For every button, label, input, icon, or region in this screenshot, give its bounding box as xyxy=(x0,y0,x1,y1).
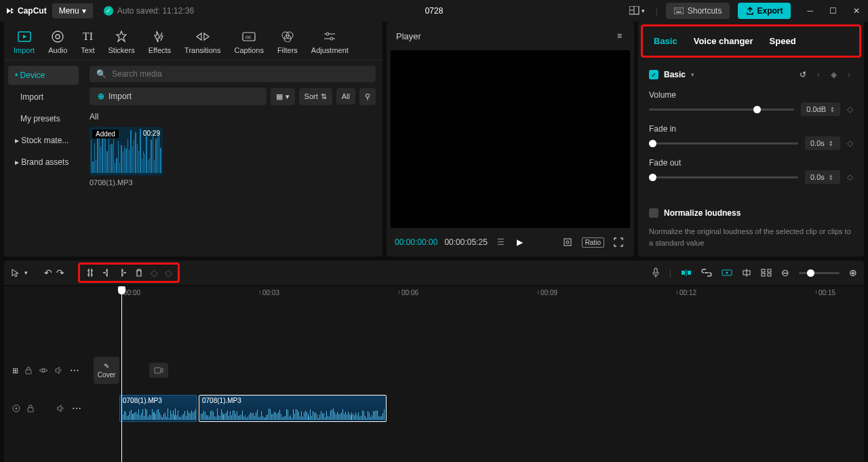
player-menu-icon[interactable]: ≡ xyxy=(614,28,625,43)
volume-slider[interactable] xyxy=(649,109,794,111)
lock-icon[interactable] xyxy=(27,404,34,412)
tab-import[interactable]: Import xyxy=(7,27,41,60)
fadeout-slider[interactable] xyxy=(649,176,798,178)
maximize-button[interactable]: ☐ xyxy=(827,3,840,18)
tab-adjustment[interactable]: Adjustment xyxy=(304,27,355,60)
undo-button[interactable]: ↶ xyxy=(44,267,52,278)
split-right-tool[interactable] xyxy=(118,267,127,278)
sidebar-item-brand[interactable]: ▸ Brand assets xyxy=(8,153,79,172)
marker-tool-2[interactable]: ◇ xyxy=(165,267,172,278)
normalize-checkbox[interactable] xyxy=(649,208,658,218)
audio-track-icon[interactable] xyxy=(12,404,20,412)
audio-clip-1[interactable]: 0708(1).MP3 xyxy=(119,395,197,422)
shortcuts-button[interactable]: Shortcuts xyxy=(666,3,730,19)
mute-icon[interactable] xyxy=(55,366,63,374)
zoom-in-icon[interactable]: ⊕ xyxy=(849,267,857,278)
svg-rect-31 xyxy=(762,273,765,276)
split-tools-group: ◇ ◇ xyxy=(78,263,180,283)
preview-tool[interactable] xyxy=(722,269,732,276)
pencil-icon: ✎ xyxy=(104,362,109,370)
sidebar-item-import[interactable]: Import xyxy=(8,88,79,107)
tab-audio[interactable]: Audio xyxy=(41,27,74,60)
mute-icon[interactable] xyxy=(57,404,65,412)
expand-icon[interactable]: ⊞ xyxy=(12,366,18,375)
list-icon[interactable]: ☰ xyxy=(494,235,507,250)
volume-value[interactable]: 0.0dB▲▼ xyxy=(801,102,840,116)
ratio-button[interactable]: Ratio xyxy=(582,237,604,248)
keyframe-icon[interactable]: ◇ xyxy=(847,104,853,114)
cover-button[interactable]: ✎ Cover xyxy=(94,357,119,384)
playhead[interactable] xyxy=(121,286,122,462)
timeline-ruler[interactable]: 00:00 00:03 00:06 00:09 00:12 00:15 xyxy=(4,286,864,301)
video-preview[interactable] xyxy=(391,50,630,228)
reset-icon[interactable]: ↺ xyxy=(797,67,809,82)
fullscreen-icon[interactable] xyxy=(611,235,626,250)
search-input[interactable] xyxy=(112,69,369,79)
lock-icon[interactable] xyxy=(25,366,32,374)
sidebar-item-presets[interactable]: My presets xyxy=(8,109,79,128)
tab-effects[interactable]: Effects xyxy=(142,27,178,60)
sidebar-item-stock[interactable]: ▸ Stock mate... xyxy=(8,131,79,150)
fadeout-value[interactable]: 0.0s▲▼ xyxy=(805,170,840,184)
tab-captions[interactable]: cc Captions xyxy=(227,27,270,60)
tab-filters[interactable]: Filters xyxy=(271,27,304,60)
filter-icon: ⚲ xyxy=(365,92,370,101)
redo-button[interactable]: ↷ xyxy=(56,267,64,278)
svg-rect-3 xyxy=(674,7,684,14)
snap-tool[interactable] xyxy=(681,269,692,277)
video-slot[interactable] xyxy=(149,363,168,378)
basic-checkbox[interactable]: ✓ xyxy=(649,70,658,79)
tab-speed[interactable]: Speed xyxy=(770,36,796,46)
tab-basic[interactable]: Basic xyxy=(654,36,677,46)
pointer-tool[interactable] xyxy=(11,268,20,277)
media-item[interactable]: Added 00:29 0708(1).MP3 xyxy=(90,127,163,187)
zoom-slider[interactable] xyxy=(799,272,840,274)
svg-rect-20 xyxy=(564,239,571,246)
more-icon[interactable]: ⋯ xyxy=(72,403,81,414)
import-button[interactable]: ⊕ Import xyxy=(90,88,267,105)
scale-icon[interactable] xyxy=(560,235,575,250)
export-button[interactable]: Export xyxy=(738,3,791,19)
time-total: 00:00:05:25 xyxy=(444,237,487,247)
eye-icon[interactable] xyxy=(39,367,48,374)
fadein-slider[interactable] xyxy=(649,142,798,145)
prev-keyframe-icon[interactable]: ‹ xyxy=(814,67,823,82)
svg-point-6 xyxy=(679,9,681,10)
split-tool[interactable] xyxy=(85,267,95,278)
tab-text[interactable]: TI Text xyxy=(74,27,101,60)
svg-point-21 xyxy=(566,241,569,244)
align-tool[interactable] xyxy=(742,268,751,277)
chevron-down-icon[interactable]: ▾ xyxy=(691,71,694,78)
player-panel: Player ≡ 00:00:00:00 00:00:05:25 ☰ ▶ Rat… xyxy=(387,22,634,256)
play-button[interactable]: ▶ xyxy=(514,235,526,250)
mic-icon[interactable] xyxy=(652,267,660,278)
split-left-tool[interactable] xyxy=(102,267,111,278)
tab-transitions[interactable]: Transitions xyxy=(178,27,227,60)
filter-button[interactable]: ⚲ xyxy=(359,88,376,105)
view-grid-button[interactable]: ▦ ▾ xyxy=(271,88,295,105)
next-keyframe-icon[interactable]: › xyxy=(845,67,853,82)
link-tool[interactable] xyxy=(701,269,712,277)
tab-stickers[interactable]: Stickers xyxy=(102,27,142,60)
tab-voice-changer[interactable]: Voice changer xyxy=(694,36,753,46)
search-media[interactable]: 🔍 xyxy=(90,66,376,82)
layout-icon[interactable]: ▾ xyxy=(627,3,648,18)
chevron-down-icon[interactable]: ▾ xyxy=(24,269,28,276)
keyframe-icon[interactable]: ◇ xyxy=(847,138,853,148)
marker-tool[interactable]: ◇ xyxy=(151,267,158,278)
filters-icon xyxy=(281,30,294,43)
keyframe-icon[interactable]: ◆ xyxy=(828,67,840,82)
sidebar-item-device[interactable]: • Device xyxy=(8,66,79,85)
more-icon[interactable]: ⋯ xyxy=(70,365,79,376)
fadein-value[interactable]: 0.0s▲▼ xyxy=(805,136,840,150)
filter-all-button[interactable]: All xyxy=(336,88,355,104)
delete-tool[interactable] xyxy=(134,268,144,277)
sort-button[interactable]: Sort ⇅ xyxy=(299,88,332,105)
audio-clip-2[interactable]: 0708(1).MP3 xyxy=(199,395,387,422)
zoom-out-icon[interactable]: ⊖ xyxy=(781,267,789,278)
keyframe-icon[interactable]: ◇ xyxy=(847,172,853,182)
minimize-button[interactable]: ─ xyxy=(804,3,816,18)
menu-button[interactable]: Menu ▾ xyxy=(52,3,93,18)
close-button[interactable]: ✕ xyxy=(850,3,863,18)
track-options-icon[interactable] xyxy=(761,269,772,277)
